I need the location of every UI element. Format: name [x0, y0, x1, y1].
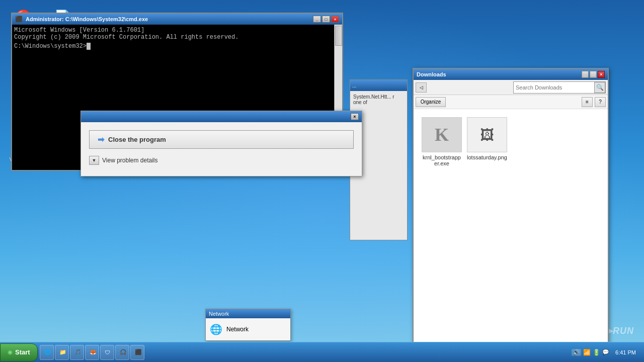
- network-popup-content: 🌐 Network: [206, 318, 290, 340]
- cmd-close-button[interactable]: ×: [331, 16, 339, 23]
- error-body: ➡ Close the program ▼ View problem detai…: [81, 122, 362, 176]
- taskbar-security-button[interactable]: 🛡: [100, 345, 114, 360]
- network-popup-titlebar: Network: [206, 309, 290, 318]
- explorer-titlebar: Downloads _ □ ×: [414, 69, 608, 80]
- explorer-content: K krnl_bootstrapper.exe 🖼 lotssaturday.p…: [414, 109, 608, 348]
- start-label: Start: [15, 348, 30, 356]
- search-box: 🔍: [513, 81, 606, 94]
- nav-view-button[interactable]: ≡: [582, 97, 593, 107]
- tray-icon-3: 🔋: [593, 349, 600, 356]
- desktop: 🔴 Opera 📄 datadirect... S Skype 📗 greend…: [0, 0, 644, 362]
- explorer-search-area: ◁ 🔍: [416, 81, 606, 94]
- cmd-scrollbar-thumb: [335, 26, 342, 46]
- krnl-file-icon: K: [422, 117, 462, 152]
- search-input[interactable]: [514, 82, 594, 93]
- crash-title-text: ...: [352, 83, 356, 88]
- error-titlebar: ×: [81, 111, 362, 122]
- tray-icon-4: 💬: [602, 349, 609, 355]
- file-item-krnl[interactable]: K krnl_bootstrapper.exe: [422, 117, 462, 340]
- lotssaturday-file-icon: 🖼: [467, 117, 507, 152]
- explorer-toolbar: ◁ 🔍: [414, 80, 608, 95]
- taskbar: Start 🌐 📁 🎵 🦊 🛡 🎧 ⬛: [0, 342, 644, 362]
- taskbar-clock: 6:41 PM: [611, 349, 640, 355]
- cmd-line3: C:\Windows\system32>: [14, 43, 340, 50]
- nav-help-button[interactable]: ?: [595, 97, 606, 107]
- explorer-minimize-button[interactable]: _: [582, 71, 589, 78]
- system-tray: 🔊 📶 🔋 💬 6:41 PM: [568, 349, 644, 356]
- taskbar-ie-button[interactable]: 🌐: [40, 345, 54, 360]
- explorer-window: Downloads _ □ × ◁ 🔍 Organize ≡ ?: [413, 68, 609, 349]
- close-program-icon: ➡: [98, 135, 104, 144]
- taskbar-folder-button[interactable]: 📁: [55, 345, 69, 360]
- network-popup: Network 🌐 Network: [205, 309, 291, 341]
- png-icon-glyph: 🖼: [480, 127, 494, 143]
- cmd-prompt: C:\Windows\system32>: [14, 43, 87, 50]
- cmd-titlebar: ⬛ Administrator: C:\Windows\System32\cmd…: [12, 14, 342, 25]
- taskbar-media-button[interactable]: 🎵: [70, 345, 84, 360]
- taskbar-cmd-button[interactable]: ⬛: [130, 345, 144, 360]
- krnl-file-label: krnl_bootstrapper.exe: [422, 154, 462, 166]
- network-icon: 🌐: [210, 323, 222, 335]
- crash-titlebar-partial: ...: [350, 80, 407, 91]
- start-button[interactable]: Start: [0, 343, 38, 361]
- explorer-close-button[interactable]: ×: [598, 71, 605, 78]
- tray-icon-1: 🔊: [572, 349, 581, 356]
- explorer-maximize-button[interactable]: □: [590, 71, 597, 78]
- nav-organize-button[interactable]: Organize: [416, 97, 446, 107]
- krnl-icon-glyph: K: [435, 124, 449, 145]
- network-popup-title: Network: [209, 311, 229, 317]
- clock-time: 6:41 PM: [615, 349, 636, 355]
- nav-back-button[interactable]: ◁: [416, 82, 427, 93]
- taskbar-firefox-button[interactable]: 🦊: [85, 345, 99, 360]
- media-icon: 🎵: [74, 349, 82, 355]
- cmd-title: Administrator: C:\Windows\System32\cmd.e…: [26, 16, 313, 22]
- start-orb: [8, 350, 13, 355]
- search-button[interactable]: 🔍: [594, 82, 605, 93]
- details-dropdown-arrow[interactable]: ▼: [89, 156, 99, 165]
- cmd-taskbar-icon: ⬛: [135, 349, 142, 355]
- file-item-lotssaturday[interactable]: 🖼 lotssaturday.png: [467, 117, 507, 340]
- tray-icon-2: 📶: [583, 349, 591, 356]
- taskbar-winamp-button[interactable]: 🎧: [115, 345, 129, 360]
- error-dialog: × ➡ Close the program ▼ View problem det…: [80, 111, 362, 176]
- firefox-icon: 🦊: [90, 349, 97, 355]
- network-label: Network: [226, 326, 249, 333]
- winamp-icon: 🎧: [120, 349, 127, 355]
- ie-icon: 🌐: [44, 349, 51, 355]
- crash-text-partial: System.Net.Htt... r one of: [353, 94, 404, 105]
- cmd-line1: Microsoft Windows [Version 6.1.7601]: [14, 27, 340, 34]
- cmd-icon: ⬛: [15, 16, 23, 23]
- cmd-line2: Copyright (c) 2009 Microsoft Corporation…: [14, 34, 340, 41]
- cmd-minimize-button[interactable]: _: [313, 16, 321, 23]
- error-close-button[interactable]: ×: [351, 113, 359, 120]
- folder-icon: 📁: [59, 349, 66, 355]
- cmd-maximize-button[interactable]: □: [322, 16, 330, 23]
- explorer-nav: Organize ≡ ?: [414, 95, 608, 109]
- lotssaturday-file-label: lotssaturday.png: [467, 154, 507, 160]
- cmd-controls: _ □ ×: [313, 16, 339, 23]
- view-details-row[interactable]: ▼ View problem details: [89, 153, 354, 168]
- cmd-cursor: [87, 43, 91, 50]
- view-details-label: View problem details: [102, 157, 158, 164]
- explorer-controls: _ □ ×: [582, 71, 605, 78]
- explorer-title: Downloads: [417, 71, 582, 77]
- close-program-button[interactable]: ➡ Close the program: [89, 130, 354, 149]
- taskbar-programs: 🌐 📁 🎵 🦊 🛡 🎧 ⬛: [40, 345, 568, 360]
- crash-body-partial: System.Net.Htt... r one of: [350, 91, 407, 108]
- close-program-label: Close the program: [108, 136, 166, 143]
- security-icon: 🛡: [105, 349, 110, 355]
